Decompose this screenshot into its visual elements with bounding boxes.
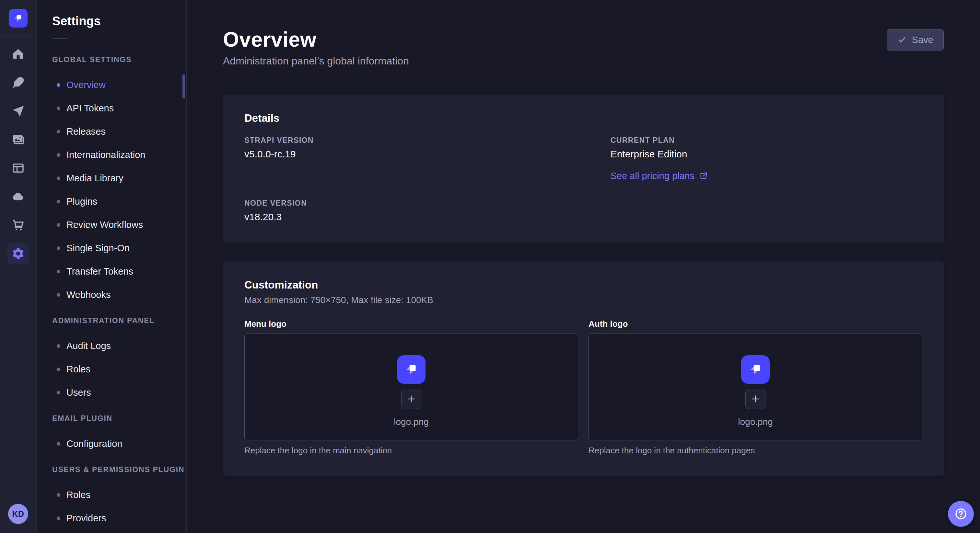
customization-card-title: Customization	[244, 279, 922, 291]
settings-nav-title: Settings	[52, 14, 186, 28]
settings-title-divider	[52, 38, 68, 38]
bullet-icon	[57, 368, 60, 371]
rail-item-layout[interactable]	[8, 157, 29, 179]
settings-nav-item-admin-users[interactable]: Users	[52, 381, 186, 404]
save-button[interactable]: Save	[887, 29, 944, 51]
details-card-title: Details	[244, 112, 922, 124]
pricing-plans-link[interactable]: See all pricing plans	[611, 171, 708, 181]
settings-nav-item-up-roles[interactable]: Roles	[52, 483, 186, 506]
bullet-icon	[57, 246, 60, 250]
field-value: Enterprise Edition	[611, 149, 922, 160]
settings-nav-item-overview[interactable]: Overview	[52, 73, 186, 97]
rail-item-paper-plane[interactable]	[8, 100, 29, 122]
feather-icon	[11, 76, 25, 89]
page-title: Overview	[223, 29, 409, 50]
settings-nav-item-releases[interactable]: Releases	[52, 120, 186, 143]
settings-nav-item-email-configuration[interactable]: Configuration	[52, 432, 186, 455]
nav-section-email-plugin: EMAIL PLUGIN Configuration	[52, 414, 186, 455]
field-current-plan: CURRENT PLAN Enterprise Edition See all …	[611, 136, 922, 181]
rail-item-media[interactable]	[8, 129, 29, 150]
user-avatar[interactable]: KD	[8, 504, 28, 524]
rail-item-settings[interactable]	[8, 243, 29, 264]
settings-nav-item-up-providers[interactable]: Providers	[52, 506, 186, 530]
bullet-icon	[57, 270, 60, 273]
strapi-logo-icon	[402, 361, 420, 378]
field-label: CURRENT PLAN	[611, 136, 922, 145]
settings-nav-item-internationalization[interactable]: Internationalization	[52, 143, 186, 167]
help-button[interactable]	[948, 501, 974, 527]
strapi-logo-icon	[747, 361, 764, 378]
settings-nav-item-transfer-tokens[interactable]: Transfer Tokens	[52, 260, 186, 283]
bullet-icon	[57, 176, 60, 180]
cart-icon	[11, 218, 25, 232]
main-icon-rail: KD	[0, 0, 37, 533]
nav-section-users-permissions-plugin: USERS & PERMISSIONS PLUGIN Roles Provide…	[52, 465, 186, 530]
plus-icon	[406, 394, 417, 404]
rail-item-cloud[interactable]	[8, 186, 29, 207]
settings-nav-item-media-library[interactable]: Media Library	[52, 167, 186, 190]
bullet-icon	[57, 293, 60, 297]
help-icon	[954, 507, 968, 521]
menu-logo-add-button[interactable]	[401, 389, 421, 409]
settings-nav-item-audit-logs[interactable]: Audit Logs	[52, 334, 186, 357]
bullet-icon	[57, 200, 60, 203]
settings-nav-item-webhooks[interactable]: Webhooks	[52, 283, 186, 306]
rail-divider	[0, 36, 37, 36]
page-subtitle: Administration panel’s global informatio…	[223, 55, 409, 67]
rail-item-home[interactable]	[8, 43, 29, 65]
pictures-icon	[11, 133, 25, 146]
field-value: v5.0.0-rc.19	[244, 149, 611, 160]
checkmark-icon	[897, 35, 907, 44]
settings-sub-nav: Settings GLOBAL SETTINGS Overview API To…	[37, 0, 187, 533]
menu-logo-label: Menu logo	[244, 319, 578, 329]
bullet-icon	[57, 493, 60, 497]
cloud-icon	[11, 190, 25, 203]
menu-logo-upload-box[interactable]: logo.png	[244, 333, 578, 440]
auth-logo-label: Auth logo	[589, 319, 922, 329]
menu-logo-hint: Replace the logo in the main navigation	[244, 446, 578, 455]
menu-logo-field: Menu logo logo.png Replace the logo in t…	[244, 319, 578, 455]
plus-icon	[750, 394, 760, 404]
bullet-icon	[57, 153, 60, 157]
bullet-icon	[57, 442, 60, 446]
settings-nav-item-single-sign-on[interactable]: Single Sign-On	[52, 236, 186, 260]
auth-logo-preview	[741, 355, 770, 384]
strapi-logo-icon	[12, 12, 24, 24]
field-label: NODE VERSION	[244, 199, 611, 208]
bullet-icon	[57, 130, 60, 133]
auth-logo-upload-box[interactable]: logo.png	[589, 333, 922, 440]
settings-nav-item-review-workflows[interactable]: Review Workflows	[52, 213, 186, 236]
rail-item-feather[interactable]	[8, 72, 29, 93]
details-card: Details STRAPI VERSION v5.0.0-rc.19 CURR…	[223, 95, 944, 243]
rail-item-marketplace[interactable]	[8, 214, 29, 236]
auth-logo-hint: Replace the logo in the authentication p…	[589, 446, 922, 455]
settings-nav-item-plugins[interactable]: Plugins	[52, 190, 186, 213]
nav-section-global-settings: GLOBAL SETTINGS Overview API Tokens Rele…	[52, 56, 186, 306]
main-content: Overview Administration panel’s global i…	[187, 0, 980, 533]
app-window: KD Settings GLOBAL SETTINGS Overview API…	[0, 0, 980, 533]
nav-section-label: ADMINISTRATION PANEL	[52, 316, 186, 325]
customization-card-subtitle: Max dimension: 750×750, Max file size: 1…	[244, 295, 922, 305]
bullet-icon	[57, 517, 60, 520]
settings-nav-item-api-tokens[interactable]: API Tokens	[52, 97, 186, 120]
paper-plane-icon	[11, 104, 25, 118]
rail-bottom-divider	[0, 496, 37, 496]
customization-card: Customization Max dimension: 750×750, Ma…	[223, 261, 944, 476]
bullet-icon	[57, 391, 60, 394]
field-node-version: NODE VERSION v18.20.3	[244, 199, 611, 222]
nav-section-label: USERS & PERMISSIONS PLUGIN	[52, 465, 186, 474]
field-strapi-version: STRAPI VERSION v5.0.0-rc.19	[244, 136, 611, 181]
menu-logo-preview	[397, 355, 425, 384]
page-header: Overview Administration panel’s global i…	[223, 0, 944, 67]
nav-scrollbar-thumb[interactable]	[183, 75, 185, 98]
layout-icon	[11, 161, 25, 175]
settings-nav-item-admin-roles[interactable]: Roles	[52, 357, 186, 381]
auth-logo-add-button[interactable]	[745, 389, 765, 409]
field-label: STRAPI VERSION	[244, 136, 611, 145]
strapi-brand-logo[interactable]	[9, 9, 27, 27]
gear-icon	[11, 247, 25, 260]
nav-section-label: EMAIL PLUGIN	[52, 414, 186, 423]
bullet-icon	[57, 83, 60, 87]
auth-logo-field: Auth logo logo.png Replace the logo in t…	[589, 319, 922, 455]
nav-section-label: GLOBAL SETTINGS	[52, 56, 186, 64]
